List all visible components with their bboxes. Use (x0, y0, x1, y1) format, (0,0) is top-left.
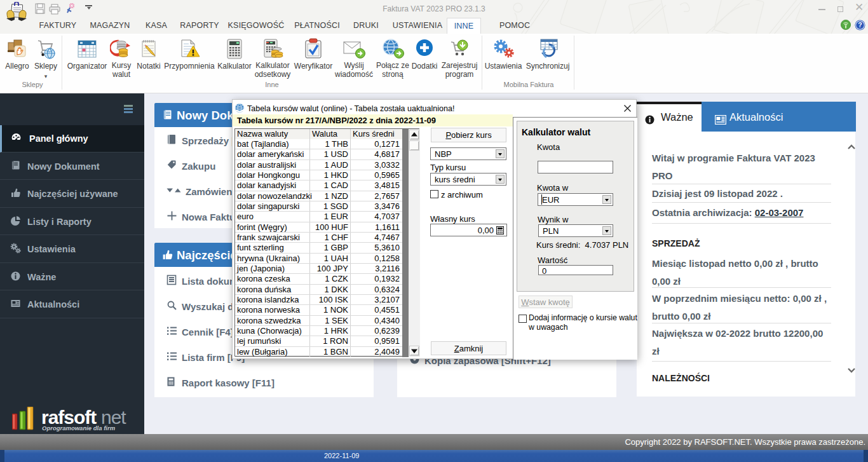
svg-text:Oprogramowanie dla firm: Oprogramowanie dla firm (42, 425, 116, 431)
svg-text:?: ? (858, 21, 862, 29)
